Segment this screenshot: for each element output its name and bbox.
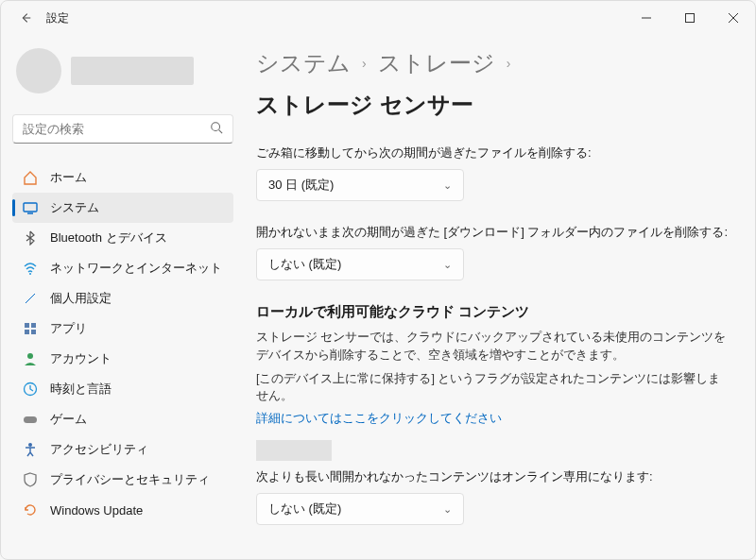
svg-rect-4: [25, 323, 29, 328]
select-value: しない (既定): [268, 501, 341, 518]
nav-apps[interactable]: アプリ: [12, 314, 233, 344]
search-input[interactable]: [12, 114, 233, 144]
nav-label: システム: [50, 199, 99, 216]
svg-rect-10: [24, 416, 37, 423]
apps-icon: [22, 320, 39, 337]
chevron-down-icon: ⌄: [443, 503, 452, 516]
wifi-icon: [22, 260, 39, 277]
downloads-label: 開かれないまま次の期間が過ぎた [ダウンロード] フォルダー内のファイルを削除す…: [256, 224, 729, 241]
nav-label: アカウント: [50, 350, 112, 367]
nav-label: 個人用設定: [50, 290, 112, 307]
svg-rect-7: [31, 330, 36, 334]
nav-label: アプリ: [50, 320, 87, 337]
svg-point-1: [212, 123, 220, 131]
svg-rect-2: [24, 203, 37, 212]
online-only-label: 次よりも長い間開かれなかったコンテンツはオンライン専用になります:: [256, 468, 729, 485]
svg-rect-6: [25, 330, 29, 334]
cloud-section-title: ローカルで利用可能なクラウド コンテンツ: [256, 303, 729, 321]
nav-time-language[interactable]: 時刻と言語: [12, 374, 233, 404]
redacted-block: [256, 440, 332, 461]
nav-personalization[interactable]: 個人用設定: [12, 283, 233, 314]
recycle-bin-label: ごみ箱に移動してから次の期間が過ぎたファイルを削除する:: [256, 144, 729, 161]
update-icon: [22, 501, 39, 518]
svg-point-8: [27, 353, 33, 359]
search-icon: [210, 121, 223, 137]
nav-label: ゲーム: [50, 411, 87, 428]
brush-icon: [22, 290, 39, 307]
content-area: システム › ストレージ › ストレージ センサー ごみ箱に移動してから次の期間…: [239, 35, 755, 559]
cloud-body-2: [このデバイス上に常に保持する] というフラグが設定されたコンテンツには影響しま…: [256, 370, 729, 406]
nav-accessibility[interactable]: アクセシビリティ: [12, 434, 233, 465]
breadcrumb-storage-sense: ストレージ センサー: [256, 90, 473, 120]
profile-name-redacted: [71, 57, 194, 85]
maximize-button[interactable]: [668, 3, 712, 33]
nav-system[interactable]: システム: [12, 193, 233, 223]
nav-label: Bluetooth とデバイス: [50, 229, 167, 246]
nav-label: アクセシビリティ: [50, 441, 148, 458]
titlebar: 設定: [1, 1, 755, 35]
gamepad-icon: [22, 411, 39, 428]
nav-bluetooth[interactable]: Bluetooth とデバイス: [12, 223, 233, 253]
minimize-button[interactable]: [625, 3, 668, 33]
svg-point-3: [29, 273, 31, 275]
svg-point-11: [28, 443, 32, 447]
nav-network[interactable]: ネットワークとインターネット: [12, 253, 233, 283]
nav-label: ホーム: [50, 169, 87, 186]
cloud-details-link[interactable]: 詳細についてはここをクリックしてください: [256, 411, 502, 427]
bluetooth-icon: [22, 229, 39, 246]
chevron-right-icon: ›: [507, 56, 511, 71]
cloud-body-1: ストレージ センサーでは、クラウドにバックアップされている未使用のコンテンツをデ…: [256, 329, 729, 365]
chevron-right-icon: ›: [362, 56, 367, 71]
system-icon: [22, 199, 39, 216]
search-field[interactable]: [23, 122, 210, 136]
svg-rect-0: [686, 14, 695, 23]
accessibility-icon: [22, 441, 39, 458]
nav-label: 時刻と言語: [50, 381, 112, 398]
nav-accounts[interactable]: アカウント: [12, 344, 233, 374]
chevron-down-icon: ⌄: [443, 179, 452, 192]
sidebar: ホーム システム Bluetooth とデバイス ネットワークとインターネット …: [1, 35, 239, 559]
nav-privacy[interactable]: プライバシーとセキュリティ: [12, 465, 233, 495]
window-title: 設定: [46, 10, 69, 26]
nav-gaming[interactable]: ゲーム: [12, 404, 233, 434]
account-icon: [22, 350, 39, 367]
select-value: 30 日 (既定): [268, 177, 334, 194]
nav-label: ネットワークとインターネット: [50, 260, 222, 277]
clock-icon: [22, 381, 39, 398]
svg-rect-5: [31, 323, 36, 328]
shield-icon: [22, 471, 39, 488]
chevron-down-icon: ⌄: [443, 259, 452, 271]
nav-label: Windows Update: [50, 503, 143, 518]
nav-windows-update[interactable]: Windows Update: [12, 495, 233, 525]
breadcrumb-storage[interactable]: ストレージ: [378, 48, 495, 78]
recycle-bin-select[interactable]: 30 日 (既定) ⌄: [256, 169, 464, 201]
close-button[interactable]: [712, 3, 755, 33]
downloads-select[interactable]: しない (既定) ⌄: [256, 248, 464, 280]
avatar: [16, 48, 61, 93]
select-value: しない (既定): [268, 256, 341, 273]
nav-home[interactable]: ホーム: [12, 162, 233, 193]
home-icon: [22, 169, 39, 186]
back-button[interactable]: [12, 5, 39, 31]
breadcrumb-system[interactable]: システム: [256, 48, 351, 78]
nav-label: プライバシーとセキュリティ: [50, 471, 210, 488]
online-only-select[interactable]: しない (既定) ⌄: [256, 493, 464, 525]
breadcrumb: システム › ストレージ › ストレージ センサー: [256, 48, 729, 120]
profile[interactable]: [12, 44, 233, 97]
